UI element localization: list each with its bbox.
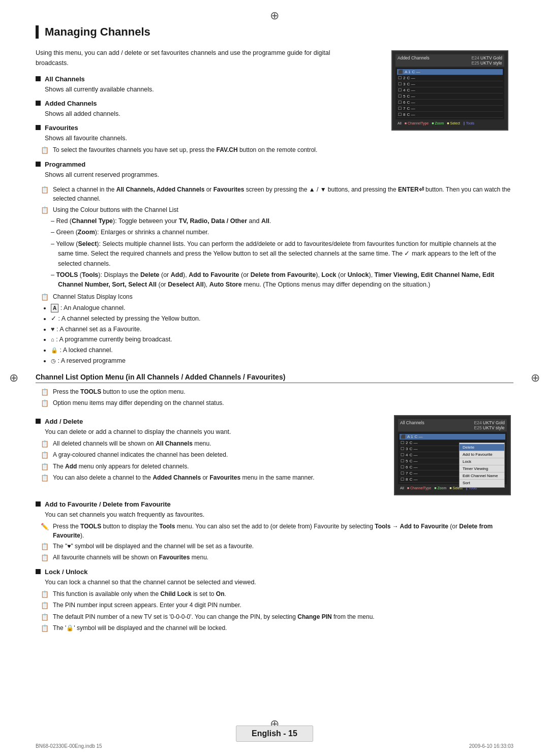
channel-num: 6: [403, 100, 405, 105]
add-delete-title: Add / Delete: [45, 418, 83, 425]
section-programmed-body: Shows all current reserved programmes.: [45, 170, 381, 180]
tv-header-right: E24 UKTV GoldE25 UKTV style: [472, 55, 502, 66]
home-icon: ⌂: [51, 336, 54, 342]
lock-icon: 🔒: [51, 347, 58, 353]
channel-icon: ☐: [398, 94, 402, 99]
section-add-favourite: Add to Favourite / Delete from Favourite: [36, 500, 513, 508]
note-text: The "♥" symbol will be displayed and the…: [53, 542, 254, 551]
channel-num: 5: [403, 94, 405, 99]
add-delete-note1: 📋 All deleted channels will be shown on …: [41, 439, 386, 449]
status-item-home: ⌂ : A programme currently being broadcas…: [51, 335, 513, 344]
section-programmed-title: Programmed: [45, 161, 85, 168]
add-delete-note2: 📋 A gray-coloured channel indicates the …: [41, 450, 386, 460]
tv-channel-row: ☐ 6 C —: [397, 100, 503, 106]
lock-note3: 📋 The default PIN number of a new TV set…: [41, 612, 513, 622]
tv-header2-right: E24 UKTV GoldE25 UKTV style: [474, 420, 505, 430]
top-left-content: Using this menu, you can add / delete or…: [36, 48, 381, 182]
channel-num: 8: [403, 112, 405, 117]
note-icon: 📋: [41, 601, 49, 611]
channel-num: 7: [403, 106, 405, 111]
add-delete-note4: 📋 You can also delete a channel to the A…: [41, 473, 386, 483]
tv-screen-top-container: Added Channels E24 UKTV GoldE25 UKTV sty…: [391, 48, 513, 182]
tv-channel-row: ☐ 3 C —: [397, 81, 503, 87]
note-select-channel: 📋 Select a channel in the All Channels, …: [41, 185, 513, 203]
add-fav-note2: 📋 The "♥" symbol will be displayed and t…: [41, 542, 513, 552]
footer-right: 2009-6-10 16:33:03: [469, 743, 513, 749]
context-menu-timer: Timer Viewing: [460, 465, 504, 472]
note-text: The '🔒' symbol will be displayed and the…: [53, 623, 227, 633]
channel-name: C —: [407, 82, 415, 86]
section-favourites: Favourites: [36, 124, 381, 132]
section-added-channels-body: Shows all added channels.: [45, 109, 381, 119]
note-text: This function is available only when the…: [53, 589, 226, 598]
channel-icon: ☐: [398, 106, 402, 111]
section-lock-unlock: Lock / Unlock: [36, 568, 513, 576]
note-option-text: Option menu items may differ depending o…: [53, 398, 224, 407]
channel-name: C —: [412, 70, 420, 74]
section-all-channels: All Channels: [36, 75, 381, 83]
note-icon: 📋: [41, 398, 49, 408]
page-title: Managing Channels: [36, 25, 513, 39]
note-icon: 📋: [41, 623, 49, 634]
note-icon: 📋: [41, 450, 49, 460]
note-text: A gray-coloured channel indicates the ch…: [53, 450, 228, 459]
dash-item-tools: TOOLS (Tools): Displays the Delete (or A…: [51, 270, 513, 290]
note-text: The PIN number input screen appears. Ent…: [53, 601, 241, 610]
tv-screen-bottom-container: All Channels E24 UKTV GoldE25 UKTV style…: [394, 413, 513, 495]
channel-status-text: Channel Status Display Icons: [53, 292, 133, 301]
note-text: All favourite channels will be shown on …: [53, 553, 208, 562]
note-text: All deleted channels will be shown on Al…: [53, 439, 211, 448]
dash-list: Red (Channel Type): Toggle between your …: [51, 216, 513, 290]
bullet-icon: [36, 162, 41, 167]
dash-item-green: Green (Zoom): Enlarges or shrinks a chan…: [51, 228, 513, 237]
channel-num: A 1: [405, 70, 411, 74]
footer-left: BN68-02330E-00Eng.indb 15: [36, 743, 102, 749]
channel-icon: ☐: [401, 471, 404, 476]
status-item-lock: 🔒 : A locked channel.: [51, 345, 513, 355]
tv-header-left: Added Channels: [398, 55, 430, 66]
channel-icon: ☐: [398, 82, 402, 86]
tv-screen-top: Added Channels E24 UKTV GoldE25 UKTV sty…: [391, 50, 508, 131]
add-delete-note3: 📋 The Add menu only appears for deleted …: [41, 462, 386, 472]
add-favourite-title: Add to Favourite / Delete from Favourite: [45, 500, 171, 508]
note-colour-buttons-text: Using the Colour buttons with the Channe…: [53, 205, 178, 214]
tv-channel-row: ☐ 7 C —: [397, 106, 503, 112]
note-option-menu: 📋 Option menu items may differ depending…: [41, 398, 513, 408]
tv-header: Added Channels E24 UKTV GoldE25 UKTV sty…: [395, 54, 504, 67]
favourites-note-text: To select the favourites channels you ha…: [53, 145, 317, 154]
analogue-icon: A: [51, 304, 58, 312]
tv-channel-row: ☐ 2 C —: [397, 75, 503, 81]
channel-name: C —: [415, 434, 423, 439]
channel-icon: ☐: [398, 76, 402, 80]
tv-channel-area: ⬛ A 1 C — ☐ 2C — ☐ 3C —: [398, 432, 507, 484]
add-delete-body: You can delete or add a channel to displ…: [45, 427, 386, 437]
section-all-channels-body: Shows all currently available channels.: [45, 84, 381, 94]
lock-note2: 📋 The PIN number input screen appears. E…: [41, 601, 513, 611]
channel-name: C —: [407, 106, 415, 111]
section-all-channels-title: All Channels: [45, 75, 85, 83]
note-icon: 📋: [41, 145, 49, 155]
channel-icon: ☐: [401, 440, 404, 445]
channel-icon: ⬛: [398, 70, 403, 74]
note-text: The Add menu only appears for deleted ch…: [53, 462, 189, 471]
reserved-icon: ◷: [51, 358, 56, 364]
section-favourites-body: Shows all favourite channels.: [45, 133, 381, 143]
note-icon: 📋: [41, 589, 49, 600]
tv-context-menu: Delete Add to Favourite Lock Timer Viewi…: [459, 443, 505, 488]
tv-header2: All Channels E24 UKTV GoldE25 UKTV style: [398, 419, 507, 431]
channel-icon: ☐: [401, 477, 404, 482]
lock-note4: 📋 The '🔒' symbol will be displayed and t…: [41, 623, 513, 634]
channel-num: A 1: [407, 434, 413, 439]
tv-channel-row: ⬛ A 1 C —: [400, 434, 505, 440]
note-select-channel-text: Select a channel in the All Channels, Ad…: [53, 185, 513, 203]
note-icon: 📋: [41, 462, 49, 472]
note-icon: 📋: [41, 387, 49, 397]
note-tools-button: 📋 Press the TOOLS button to use the opti…: [41, 387, 513, 397]
dash-item-yellow: Yellow (Select): Selects multiple channe…: [51, 239, 513, 269]
channel-name: C —: [407, 76, 415, 80]
channel-icon: ☐: [398, 88, 402, 92]
favourites-note: 📋 To select the favourites channels you …: [41, 145, 381, 155]
section-added-channels: Added Channels: [36, 100, 381, 107]
heart-icon: ♥: [51, 326, 54, 333]
bullet-icon: [36, 101, 41, 106]
